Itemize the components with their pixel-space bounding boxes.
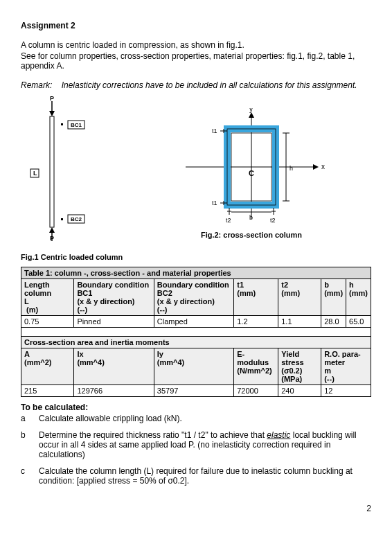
table-header: b(mm) (321, 279, 346, 316)
svg-rect-5 (61, 123, 63, 125)
table-cell: Pinned (74, 316, 154, 328)
table-header: E-modulus(N/mm^2) (234, 348, 278, 385)
table-header: Length columnL (m) (21, 279, 74, 316)
svg-marker-4 (49, 227, 55, 233)
remark-label: Remark: (21, 80, 52, 90)
task-body: Calculate the column length (L) required… (39, 466, 371, 486)
intro-block: A column is centric loaded in compressio… (21, 40, 371, 71)
table-header: h(mm) (346, 279, 371, 316)
svg-text:t2: t2 (270, 217, 276, 224)
table-header: t2(mm) (278, 279, 321, 316)
table-header: Ix(mm^4) (74, 348, 154, 385)
svg-text:C: C (249, 169, 254, 177)
intro-line1: A column is centric loaded in compressio… (21, 40, 371, 50)
remark-text: Inelasticity corrections have to be incl… (62, 80, 357, 90)
svg-text:b: b (249, 214, 253, 221)
table-cell: 129766 (74, 385, 154, 397)
table-header: Iy(mm^4) (154, 348, 233, 385)
table-cell: 28.0 (321, 316, 346, 328)
intro-line2: See for column properties, cross-section… (21, 51, 371, 71)
task-c: c Calculate the column length (L) requir… (21, 466, 371, 486)
svg-text:x: x (321, 163, 325, 170)
svg-text:t2: t2 (226, 217, 231, 224)
task-b: b Determine the required thickness ratio… (21, 430, 371, 459)
table-header: A(mm^2) (21, 348, 74, 385)
table-1-caption: Table 1: column -, cross-section - and m… (21, 267, 371, 279)
table-cell: Clamped (154, 316, 233, 328)
table-header: t1(mm) (234, 279, 278, 316)
figure-1: P P BC1 BC2 L (21, 96, 132, 243)
svg-text:t1: t1 (212, 200, 217, 206)
figure-2: x y C t1 t1 t2 t2 b (132, 96, 371, 239)
svg-marker-16 (313, 164, 319, 170)
table-cell: 215 (21, 385, 74, 397)
svg-text:BC2: BC2 (71, 216, 82, 222)
table-cell: 1.2 (234, 316, 278, 328)
page-number: 2 (21, 504, 371, 513)
svg-rect-6 (61, 218, 63, 220)
task-a: a Calculate allowable crippling load (kN… (21, 414, 371, 423)
task-label: a (21, 414, 39, 423)
table-header: R.O. para-meterm(--) (321, 348, 371, 385)
table-subcaption: Cross-section area and inertia moments (21, 337, 371, 348)
svg-text:t1: t1 (212, 127, 217, 134)
svg-text:L: L (33, 170, 37, 177)
table-cell: 240 (278, 385, 321, 397)
figure-2-caption: Fig.2: cross-section column (132, 231, 371, 239)
table-header: Boundary condition BC1(x & y direction)(… (74, 279, 154, 316)
svg-marker-18 (249, 112, 254, 118)
svg-text:h: h (289, 165, 293, 172)
svg-text:BC1: BC1 (71, 122, 82, 128)
table-cell: 12 (321, 385, 371, 397)
svg-text:P: P (50, 96, 54, 102)
table-cell: 0.75 (21, 316, 74, 328)
table-cell: 1.1 (278, 316, 321, 328)
table-cell: 35797 (154, 385, 233, 397)
to-be-calculated-heading: To be calculated: (21, 403, 371, 412)
svg-text:y: y (249, 108, 253, 113)
remark-block: Remark: Inelasticity corrections have to… (21, 80, 371, 90)
task-label: b (21, 430, 39, 440)
task-body: Calculate allowable crippling load (kN). (39, 414, 371, 423)
svg-marker-2 (49, 111, 55, 116)
svg-text:P: P (50, 235, 54, 241)
tasks-list: a Calculate allowable crippling load (kN… (21, 414, 371, 486)
table-cell: 65.0 (346, 316, 371, 328)
table-header: Yield stress(σ0.2)(MPa) (278, 348, 321, 385)
table-1: Table 1: column -, cross-section - and m… (21, 267, 371, 397)
task-body: Determine the required thickness ratio "… (39, 430, 371, 459)
task-label: c (21, 466, 39, 476)
table-cell: 72000 (234, 385, 278, 397)
table-header: Boundary condition BC2(x & y direction)(… (154, 279, 233, 316)
figure-1-caption: Fig.1 Centric loaded column (21, 253, 371, 261)
page-title: Assignment 2 (21, 21, 371, 30)
svg-rect-0 (50, 116, 54, 227)
